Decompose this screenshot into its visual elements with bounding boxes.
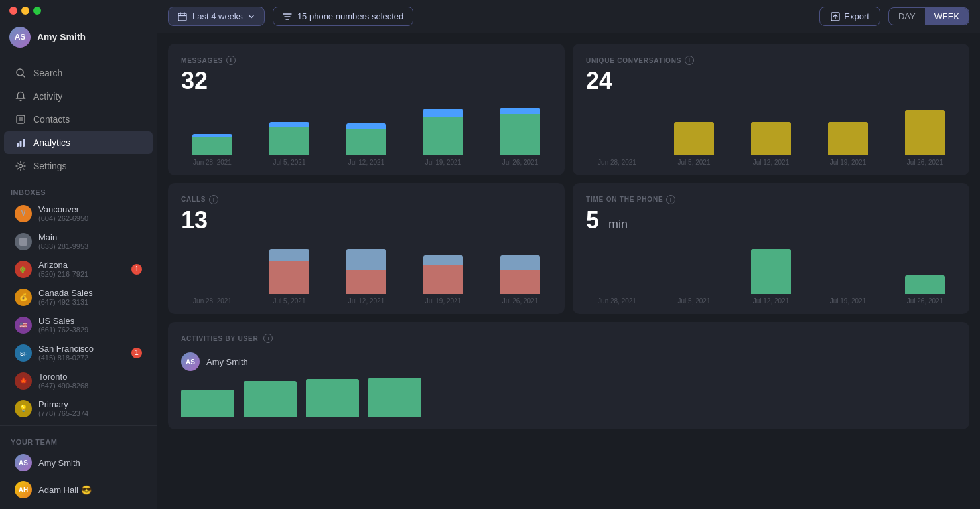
week-toggle[interactable]: WEEK: [925, 8, 969, 25]
inbox-avatar: 💰: [15, 289, 32, 306]
search-label: Search: [33, 68, 62, 78]
team-member-name: Amy Smith: [38, 458, 80, 468]
unread-badge: 1: [131, 348, 142, 358]
sidebar-item-search[interactable]: Search: [4, 62, 153, 84]
calendar-icon: [178, 12, 187, 21]
bar-group: [817, 122, 879, 155]
bar-group: [489, 108, 551, 155]
inboxes-list: V Vancouver (604) 262-6950 Main (833) 28…: [0, 199, 157, 425]
sidebar-item-contacts[interactable]: Contacts: [4, 108, 153, 131]
messages-info-icon[interactable]: i: [226, 56, 236, 65]
svg-rect-6: [20, 141, 22, 147]
inbox-avatar: SF: [15, 344, 32, 362]
sidebar-nav: Search Activity Contacts: [0, 57, 157, 182]
activity-bar: [181, 390, 234, 417]
bar-group: [335, 249, 397, 294]
inbox-avatar: [15, 233, 32, 250]
inbox-us-sales[interactable]: 🇺🇸 US Sales (661) 762-3829: [4, 311, 153, 338]
activity-label: Activity: [33, 91, 62, 102]
inbox-san-francisco[interactable]: SF San Francisco (415) 818-0272 1: [4, 339, 153, 366]
inbox-primary-2[interactable]: P Primary (928) 442-7497: [4, 423, 153, 425]
unique-conv-info-icon[interactable]: i: [685, 56, 694, 65]
export-icon: [831, 12, 840, 21]
bar-group: [258, 249, 320, 294]
filter-icon: [283, 12, 292, 21]
svg-rect-9: [19, 238, 27, 246]
calls-info-icon[interactable]: i: [209, 195, 218, 204]
bar-group: [258, 122, 320, 155]
calls-value: 13: [181, 207, 551, 234]
maximize-button[interactable]: [33, 7, 41, 15]
team-member-adam[interactable]: AH Adam Hall 😎: [4, 476, 153, 503]
day-week-toggle: DAY WEEK: [888, 7, 969, 25]
chevron-down-icon: [248, 13, 255, 20]
svg-rect-15: [178, 13, 186, 21]
inbox-info: Vancouver (604) 262-6950: [38, 204, 142, 222]
phone-filter-button[interactable]: 15 phone numbers selected: [273, 7, 413, 26]
inbox-toronto[interactable]: 🍁 Toronto (647) 490-8268: [4, 367, 153, 394]
calls-card: CALLS i 13: [168, 183, 565, 315]
bar-group: [740, 249, 802, 294]
activities-header: ACTIVITIES BY USER i: [181, 334, 956, 343]
activity-bar: [244, 381, 297, 417]
sidebar-item-activity[interactable]: Activity: [4, 85, 153, 108]
svg-rect-2: [17, 115, 25, 123]
messages-value: 32: [181, 68, 551, 94]
minimize-button[interactable]: [21, 7, 29, 15]
bar-group: [181, 293, 244, 294]
messages-chart: [181, 102, 551, 155]
date-filter-button[interactable]: Last 4 weeks: [168, 7, 265, 26]
messages-x-axis: Jun 28, 2021 Jul 5, 2021 Jul 12, 2021 Ju…: [181, 159, 551, 166]
inbox-vancouver[interactable]: V Vancouver (604) 262-6950: [4, 200, 153, 227]
calls-chart: [181, 241, 551, 294]
inbox-avatar: 🇺🇸: [15, 317, 32, 334]
bar-group: [817, 293, 879, 294]
svg-line-1: [23, 75, 25, 77]
close-button[interactable]: [9, 7, 17, 15]
time-phone-x-axis: Jun 28, 2021 Jul 5, 2021 Jul 12, 2021 Ju…: [586, 297, 956, 305]
activities-info-icon[interactable]: i: [263, 334, 273, 343]
contacts-icon: [15, 113, 27, 125]
team-member-amy[interactable]: AS Amy Smith: [4, 449, 153, 476]
time-phone-info-icon[interactable]: i: [666, 195, 675, 204]
avatar: AS: [9, 27, 31, 48]
inbox-main[interactable]: Main (833) 281-9953: [4, 228, 153, 255]
day-toggle[interactable]: DAY: [889, 8, 925, 25]
unique-conversations-chart: [586, 102, 956, 155]
bar-group: [586, 154, 648, 155]
inbox-avatar: 🌵: [15, 261, 32, 278]
your-team-label: Your team: [0, 431, 157, 449]
calls-label: CALLS i: [181, 195, 551, 204]
inbox-avatar: V: [15, 205, 32, 222]
inbox-canada-sales[interactable]: 💰 Canada Sales (647) 492-3131: [4, 283, 153, 311]
unique-conv-x-axis: Jun 28, 2021 Jul 5, 2021 Jul 12, 2021 Ju…: [586, 159, 956, 166]
inbox-arizona[interactable]: 🌵 Arizona (520) 216-7921 1: [4, 255, 153, 283]
bar-group: [663, 293, 725, 294]
user-header[interactable]: AS Amy Smith: [0, 17, 157, 57]
analytics-icon: [15, 137, 27, 149]
bar-group: [489, 255, 551, 294]
time-on-phone-value: 5 min: [586, 207, 956, 234]
svg-point-8: [19, 165, 23, 168]
team-avatar: AH: [15, 481, 32, 498]
bar-group: [181, 134, 244, 155]
inbox-primary-1[interactable]: 💡 Primary (778) 765-2374: [4, 395, 153, 422]
contacts-label: Contacts: [33, 114, 70, 125]
sidebar-item-settings[interactable]: Settings: [4, 155, 153, 177]
svg-text:SF: SF: [20, 350, 28, 357]
settings-label: Settings: [33, 161, 67, 171]
sidebar-item-analytics[interactable]: Analytics: [4, 131, 153, 154]
bell-icon: [15, 90, 27, 102]
svg-rect-7: [23, 139, 25, 147]
topbar: Last 4 weeks 15 phone numbers selected E…: [157, 0, 980, 33]
activities-user-row: AS Amy Smith: [181, 352, 956, 371]
team-avatar: AS: [15, 454, 32, 471]
messages-card: MESSAGES i 32: [168, 44, 565, 175]
bar-group: [663, 122, 725, 155]
export-button[interactable]: Export: [819, 7, 880, 26]
search-icon: [15, 67, 27, 79]
main-content: Last 4 weeks 15 phone numbers selected E…: [157, 0, 980, 509]
team-member-name: Adam Hall 😎: [38, 485, 92, 495]
calls-x-axis: Jun 28, 2021 Jul 5, 2021 Jul 12, 2021 Ju…: [181, 297, 551, 305]
inbox-avatar: 💡: [15, 400, 32, 417]
